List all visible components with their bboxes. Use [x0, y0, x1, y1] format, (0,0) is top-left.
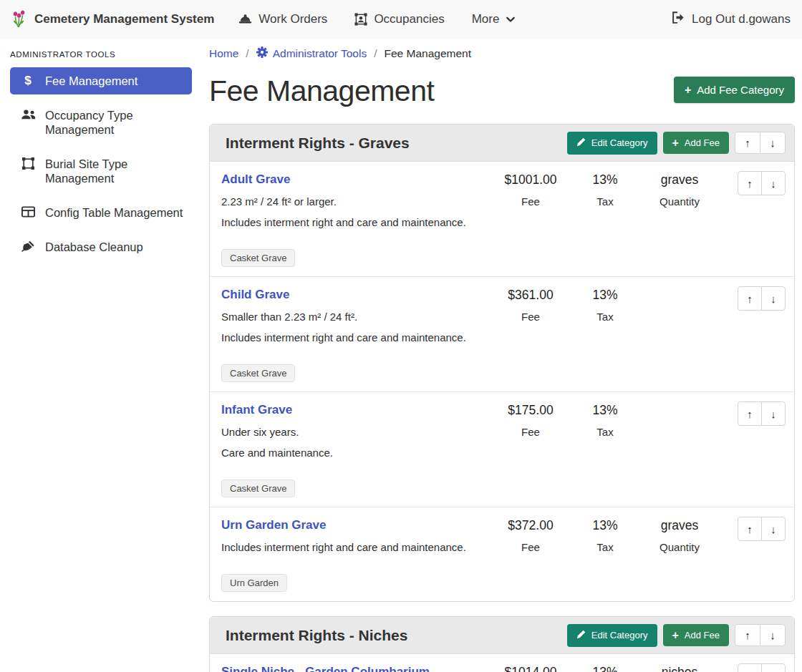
fee-name-link[interactable]: Infant Grave	[221, 401, 292, 419]
move-down-button[interactable]: ↓	[761, 171, 786, 195]
reorder-buttons: ↑↓	[738, 663, 786, 672]
fee-amount-value: $361.00	[493, 286, 568, 303]
move-up-button[interactable]: ↑	[738, 663, 762, 672]
edit-category-button[interactable]: Edit Category	[567, 132, 657, 155]
category-actions: Edit Category+Add Fee↑↓	[567, 132, 786, 155]
add-fee-button[interactable]: +Add Fee	[663, 624, 730, 646]
quantity-unit-column: gravesQuantity	[642, 171, 717, 209]
fee-row: Adult Grave2.23 m² / 24 ft² or larger.In…	[210, 162, 794, 276]
reorder-buttons: ↑↓	[735, 624, 786, 646]
move-down-button[interactable]: ↓	[761, 517, 786, 541]
move-down-button[interactable]: ↓	[761, 401, 786, 426]
sidebar-item-burial-site-type-management[interactable]: Burial Site Type Management	[10, 150, 192, 192]
fee-type-badge: Casket Grave	[221, 364, 295, 382]
sidebar-item-database-cleanup[interactable]: Database Cleanup	[10, 233, 192, 260]
pencil-icon	[576, 137, 586, 149]
move-up-button[interactable]: ↑	[738, 171, 762, 195]
tax-rate-column: 13%Tax	[568, 401, 642, 439]
fee-name-link[interactable]: Single Niche - Garden Columbarium	[221, 663, 430, 672]
breadcrumb-admin-link[interactable]: Administrator Tools	[273, 47, 367, 60]
person-box-icon	[354, 13, 367, 26]
sidebar-item-occupancy-type-management[interactable]: Occupancy Type Management	[10, 102, 192, 143]
move-up-button[interactable]: ↑	[738, 517, 762, 541]
sidebar-nav: $Fee ManagementOccupancy Type Management…	[10, 67, 192, 260]
fee-info: Urn Garden GraveIncludes interment right…	[221, 517, 493, 592]
sidebar-item-label: Database Cleanup	[45, 240, 143, 254]
move-down-button[interactable]: ↓	[761, 663, 786, 672]
app-brand[interactable]: Cemetery Management System	[10, 7, 214, 31]
fee-name-link[interactable]: Adult Grave	[221, 171, 290, 188]
fee-name-link[interactable]: Child Grave	[221, 286, 289, 303]
sidebar-item-fee-management[interactable]: $Fee Management	[10, 67, 192, 94]
move-up-button[interactable]: ↑	[738, 286, 762, 311]
move-down-button[interactable]: ↓	[760, 624, 786, 646]
move-up-button[interactable]: ↑	[735, 624, 760, 646]
fee-description: Includes interment right and care and ma…	[221, 540, 493, 555]
breadcrumb-separator: /	[246, 47, 248, 60]
add-fee-button[interactable]: +Add Fee	[663, 132, 730, 154]
tax-rate-value: 13%	[568, 171, 642, 188]
breadcrumb-home-link[interactable]: Home	[209, 47, 238, 60]
move-up-button[interactable]: ↑	[735, 132, 760, 154]
sidebar-item-label: Fee Management	[45, 74, 137, 88]
tax-rate-column: 13%Tax	[568, 171, 642, 209]
fee-amount-label: Fee	[493, 540, 568, 555]
app-title: Cemetery Management System	[34, 12, 214, 26]
fee-amount-label: Fee	[493, 424, 568, 439]
fee-amount-column: $361.00Fee	[493, 286, 568, 324]
move-up-button[interactable]: ↑	[738, 401, 762, 426]
logout-button[interactable]: Log Out d.gowans	[672, 11, 791, 27]
fee-amount-column: $372.00Fee	[493, 517, 568, 555]
reorder-buttons: ↑↓	[738, 401, 786, 426]
pencil-icon	[576, 630, 586, 641]
users-icon	[20, 109, 36, 120]
nav-work-orders-label: Work Orders	[259, 12, 327, 26]
quantity-unit-label: Quantity	[642, 194, 717, 209]
quantity-unit-value: graves	[642, 517, 717, 534]
fee-info: Infant GraveUnder six years.Care and mai…	[221, 401, 493, 497]
nav-more[interactable]: More	[472, 12, 516, 26]
fee-row: Infant GraveUnder six years.Care and mai…	[210, 391, 794, 507]
top-navbar: Cemetery Management System Work Orders	[0, 0, 802, 39]
fee-description: Smaller than 2.23 m² / 24 ft².	[221, 309, 493, 324]
quantity-unit-label: Quantity	[642, 540, 717, 555]
fee-description: Care and maintenance.	[221, 445, 493, 460]
fee-row: Urn Garden GraveIncludes interment right…	[210, 507, 794, 601]
page-title: Fee Management	[209, 74, 434, 108]
gear-icon	[256, 47, 268, 61]
breadcrumb: Home /	[209, 47, 795, 61]
main-content: Home /	[200, 39, 802, 672]
move-down-button[interactable]: ↓	[761, 286, 786, 311]
move-down-button[interactable]: ↓	[760, 132, 786, 154]
fee-description: Includes interment right and care and ma…	[221, 215, 493, 230]
tax-rate-column: 13%Tax	[568, 286, 642, 324]
add-fee-label: Add Fee	[685, 137, 720, 148]
add-fee-category-button[interactable]: + Add Fee Category	[674, 77, 795, 103]
edit-category-label: Edit Category	[591, 137, 648, 148]
fee-amount-value: $1014.00	[493, 663, 568, 672]
fee-amount-value: $372.00	[493, 517, 568, 534]
fee-info: Single Niche - Garden ColumbariumGarden …	[221, 663, 493, 672]
add-fee-category-label: Add Fee Category	[697, 84, 784, 96]
nav-occupancies[interactable]: Occupancies	[354, 12, 444, 26]
fee-type-badge: Casket Grave	[221, 249, 295, 267]
logout-label: Log Out d.gowans	[692, 12, 791, 26]
category-header: Interment Rights - NichesEdit Category+A…	[210, 617, 794, 654]
breadcrumb-current: Fee Management	[385, 47, 472, 60]
reorder-buttons: ↑↓	[738, 517, 786, 541]
sidebar-item-config-table-management[interactable]: Config Table Management	[10, 199, 192, 226]
category-header: Interment Rights - GravesEdit Category+A…	[210, 125, 794, 162]
tax-rate-label: Tax	[568, 309, 642, 324]
reorder-buttons: ↑↓	[738, 286, 786, 311]
tax-rate-value: 13%	[568, 286, 642, 303]
fee-amount-value: $1001.00	[493, 171, 568, 188]
add-fee-label: Add Fee	[685, 630, 720, 641]
fee-info: Child GraveSmaller than 2.23 m² / 24 ft²…	[221, 286, 493, 382]
fee-category-card: Interment Rights - NichesEdit Category+A…	[209, 616, 795, 672]
fee-description: 2.23 m² / 24 ft² or larger.	[221, 194, 493, 209]
fee-name-link[interactable]: Urn Garden Grave	[221, 517, 326, 534]
edit-category-button[interactable]: Edit Category	[567, 624, 657, 647]
nav-work-orders[interactable]: Work Orders	[238, 12, 327, 26]
tax-rate-value: 13%	[568, 517, 642, 534]
fee-row: Child GraveSmaller than 2.23 m² / 24 ft²…	[210, 276, 794, 391]
